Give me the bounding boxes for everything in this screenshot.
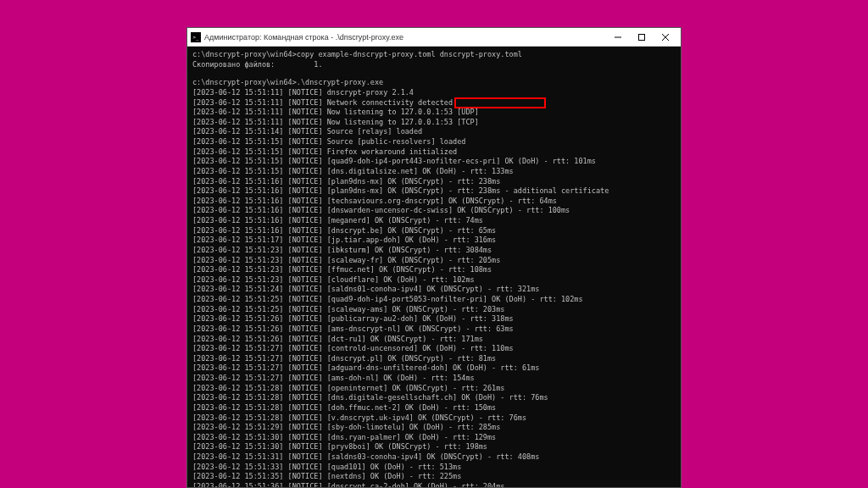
terminal-line: [2023-06-12 15:51:16] [NOTICE] [meganerd…: [192, 216, 676, 225]
terminal-line: c:\dnscrypt-proxy\win64>copy example-dns…: [192, 50, 676, 59]
terminal-line: [2023-06-12 15:51:27] [NOTICE] [dnscrypt…: [192, 354, 676, 363]
terminal-line: [2023-06-12 15:51:28] [NOTICE] [v.dnscry…: [192, 413, 676, 423]
terminal-line: [2023-06-12 15:51:16] [NOTICE] [dnswarde…: [192, 206, 676, 215]
minimize-icon: [614, 33, 622, 42]
svg-rect-1: [639, 34, 645, 40]
terminal-line: [2023-06-12 15:51:23] [NOTICE] [scaleway…: [192, 256, 676, 265]
terminal-line: [2023-06-12 15:51:11] [NOTICE] Now liste…: [192, 118, 676, 127]
maximize-icon: [637, 33, 646, 42]
window-controls: [606, 30, 677, 45]
terminal-line: [2023-06-12 15:51:11] [NOTICE] dnscrypt-…: [192, 88, 676, 97]
terminal-line: [2023-06-12 15:51:17] [NOTICE] [jp.tiar.…: [192, 236, 676, 245]
terminal-line: c:\dnscrypt-proxy\win64>.\dnscrypt-proxy…: [192, 78, 676, 87]
close-icon: [661, 33, 670, 42]
terminal-line: [2023-06-12 15:51:25] [NOTICE] [scaleway…: [192, 305, 676, 314]
terminal-line: [2023-06-12 15:51:14] [NOTICE] Source [r…: [192, 127, 676, 136]
terminal-line: Скопировано файлов: 1.: [192, 60, 676, 69]
terminal-output[interactable]: c:\dnscrypt-proxy\win64>copy example-dns…: [187, 47, 681, 487]
terminal-line: [2023-06-12 15:51:15] [NOTICE] [quad9-do…: [192, 157, 676, 166]
terminal-line: [2023-06-12 15:51:16] [NOTICE] [plan9dns…: [192, 186, 676, 196]
terminal-line: [2023-06-12 15:51:11] [NOTICE] Now liste…: [192, 108, 676, 117]
terminal-line: [2023-06-12 15:51:36] [NOTICE] [dnscrypt…: [192, 482, 676, 487]
terminal-line: [2023-06-12 15:51:26] [NOTICE] [dct-ru1]…: [192, 335, 676, 344]
terminal-line: [2023-06-12 15:51:23] [NOTICE] [ibksturm…: [192, 246, 676, 255]
terminal-line: [2023-06-12 15:51:29] [NOTICE] [sby-doh-…: [192, 423, 676, 432]
window-title: Администратор: Командная строка - .\dnsc…: [204, 33, 403, 42]
terminal-line: [2023-06-12 15:51:26] [NOTICE] [publicar…: [192, 314, 676, 324]
terminal-line: [2023-06-12 15:51:15] [NOTICE] Firefox w…: [192, 147, 676, 157]
terminal-line: [2023-06-12 15:51:24] [NOTICE] [saldns01…: [192, 285, 676, 294]
terminal-line: [2023-06-12 15:51:28] [NOTICE] [openinte…: [192, 384, 676, 393]
terminal-line: [2023-06-12 15:51:30] [NOTICE] [pryv8boi…: [192, 442, 676, 452]
terminal-line: [2023-06-12 15:51:28] [NOTICE] [doh.ffmu…: [192, 403, 676, 413]
terminal-line: [2023-06-12 15:51:15] [NOTICE] [dns.digi…: [192, 167, 676, 176]
terminal-line: [192, 69, 676, 78]
title-bar: Администратор: Командная строка - .\dnsc…: [187, 28, 681, 47]
close-button[interactable]: [654, 30, 677, 45]
title-left: Администратор: Командная строка - .\dnsc…: [191, 32, 403, 42]
cmd-icon: [191, 32, 201, 42]
terminal-line: [2023-06-12 15:51:27] [NOTICE] [adguard-…: [192, 363, 676, 373]
terminal-line: [2023-06-12 15:51:16] [NOTICE] [plan9dns…: [192, 177, 676, 186]
terminal-line: [2023-06-12 15:51:31] [NOTICE] [saldns03…: [192, 452, 676, 462]
terminal-line: [2023-06-12 15:51:26] [NOTICE] [ams-dnsc…: [192, 324, 676, 334]
terminal-line: [2023-06-12 15:51:30] [NOTICE] [dns.ryan…: [192, 433, 676, 442]
terminal-line: [2023-06-12 15:51:15] [NOTICE] Source [p…: [192, 137, 676, 147]
terminal-line: [2023-06-12 15:51:33] [NOTICE] [quad101]…: [192, 463, 676, 472]
maximize-button[interactable]: [630, 30, 654, 45]
cmd-window: Администратор: Командная строка - .\dnsc…: [186, 27, 682, 488]
terminal-line: [2023-06-12 15:51:16] [NOTICE] [techsavi…: [192, 197, 676, 206]
terminal-line: [2023-06-12 15:51:16] [NOTICE] [dnscrypt…: [192, 226, 676, 236]
terminal-line: [2023-06-12 15:51:11] [NOTICE] Network c…: [192, 98, 676, 108]
terminal-line: [2023-06-12 15:51:23] [NOTICE] [cloudfla…: [192, 275, 676, 285]
terminal-line: [2023-06-12 15:51:25] [NOTICE] [quad9-do…: [192, 295, 676, 304]
terminal-line: [2023-06-12 15:51:35] [NOTICE] [nextdns]…: [192, 472, 676, 481]
terminal-line: [2023-06-12 15:51:28] [NOTICE] [dns.digi…: [192, 393, 676, 402]
terminal-line: [2023-06-12 15:51:27] [NOTICE] [controld…: [192, 344, 676, 353]
minimize-button[interactable]: [606, 30, 630, 45]
terminal-line: [2023-06-12 15:51:27] [NOTICE] [ams-doh-…: [192, 374, 676, 383]
terminal-line: [2023-06-12 15:51:23] [NOTICE] [ffmuc.ne…: [192, 265, 676, 274]
